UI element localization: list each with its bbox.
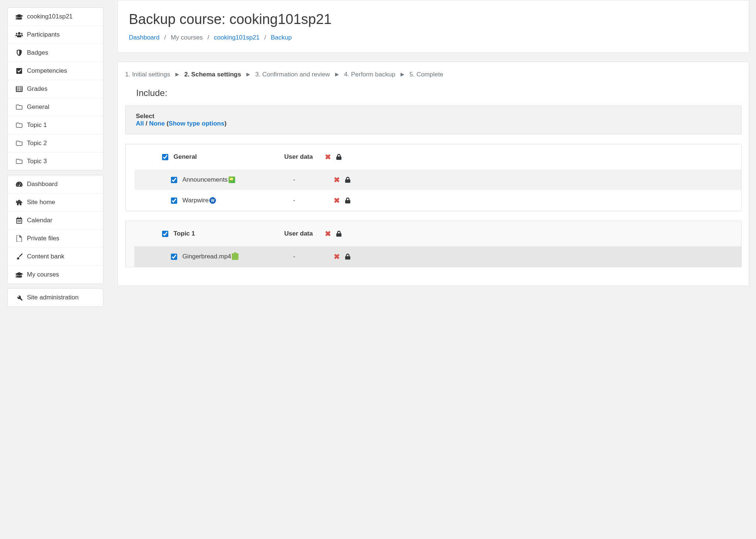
arrow-icon: ► <box>399 71 406 78</box>
user-data-cell: - <box>293 253 334 260</box>
sidebar-item-label: Private files <box>27 235 59 242</box>
show-type-options-link[interactable]: Show type options <box>169 120 224 127</box>
section-header-row: Topic 1 User data ✖ <box>126 221 741 246</box>
sidebar-item-grades[interactable]: Grades <box>8 80 103 98</box>
page-title: Backup course: cooking101sp21 <box>129 11 738 27</box>
activity-name: Warpwire <box>182 197 293 204</box>
lock-icon <box>336 231 341 237</box>
sidebar-item-site-home[interactable]: Site home <box>8 193 103 212</box>
sidebar-item-label: My courses <box>27 271 59 278</box>
x-icon: ✖ <box>334 175 340 184</box>
sidebar-item-label: Badges <box>27 49 48 56</box>
select-all-link[interactable]: All <box>136 120 144 127</box>
activity-name: Gingerbread.mp4 <box>182 253 293 260</box>
activity-row: Warpwire - ✖ <box>134 190 741 211</box>
include-heading: Include: <box>136 88 742 98</box>
activity-checkbox[interactable] <box>171 254 177 260</box>
folder-icon <box>14 122 24 128</box>
breadcrumb-course[interactable]: cooking101sp21 <box>214 34 260 41</box>
sidebar-item-label: Calendar <box>27 217 52 224</box>
select-label: Select <box>136 113 731 120</box>
brush-icon <box>14 253 24 260</box>
select-links: All / None (Show type options) <box>136 120 731 127</box>
activity-checkbox[interactable] <box>171 177 177 183</box>
sidebar-item-calendar[interactable]: Calendar <box>8 212 103 230</box>
lock-icon <box>336 154 341 160</box>
warpwire-icon <box>209 197 216 204</box>
activity-row: Announcements - ✖ <box>134 169 741 190</box>
section-name: General <box>173 153 284 161</box>
file-icon <box>14 235 24 242</box>
breadcrumb-mycourses: My courses <box>171 34 203 41</box>
x-icon: ✖ <box>325 229 331 238</box>
main-content: Backup course: cooking101sp21 Dashboard … <box>111 0 756 539</box>
breadcrumb: Dashboard / My courses / cooking101sp21 … <box>129 34 738 41</box>
nav-site-block: Dashboard Site home Calendar Private fil… <box>7 175 103 284</box>
breadcrumb-dashboard[interactable]: Dashboard <box>129 34 159 41</box>
folder-icon <box>14 140 24 146</box>
calendar-icon <box>14 217 24 224</box>
folder-icon <box>14 158 24 164</box>
sidebar-item-competencies[interactable]: Competencies <box>8 62 103 80</box>
breadcrumb-separator: / <box>207 34 209 41</box>
nav-course-block: cooking101sp21 Participants Badges Compe… <box>7 7 103 171</box>
sidebar-item-course[interactable]: cooking101sp21 <box>8 8 103 26</box>
sidebar-item-participants[interactable]: Participants <box>8 26 103 44</box>
sidebar-item-label: cooking101sp21 <box>27 13 73 20</box>
sidebar-item-label: Dashboard <box>27 181 58 188</box>
grid-icon <box>14 86 24 92</box>
sidebar-item-label: Topic 1 <box>27 121 47 129</box>
users-icon <box>14 32 24 38</box>
sidebar-item-label: Topic 2 <box>27 140 47 147</box>
sidebar-item-label: Grades <box>27 85 48 93</box>
gauge-icon <box>14 181 24 187</box>
graduation-cap-icon <box>14 272 24 278</box>
sidebar-item-label: Site administration <box>27 294 79 301</box>
progress-steps: 1. Initial settings ► 2. Schema settings… <box>125 71 742 78</box>
home-icon <box>14 199 24 205</box>
user-data-label: User data <box>284 230 325 237</box>
sidebar-item-topic-1[interactable]: Topic 1 <box>8 116 103 134</box>
sidebar-item-label: Content bank <box>27 253 64 260</box>
forum-icon <box>228 176 235 183</box>
activity-checkbox[interactable] <box>171 198 177 204</box>
lock-icon <box>345 177 350 183</box>
user-data-cell: - <box>293 176 334 183</box>
select-none-link[interactable]: None <box>149 120 165 127</box>
sidebar-item-private-files[interactable]: Private files <box>8 230 103 248</box>
sidebar-item-label: General <box>27 103 49 111</box>
sidebar-item-content-bank[interactable]: Content bank <box>8 248 103 266</box>
step-4: 4. Perform backup <box>344 71 395 78</box>
sidebar: cooking101sp21 Participants Badges Compe… <box>0 0 111 539</box>
sidebar-item-site-administration[interactable]: Site administration <box>8 289 103 306</box>
sidebar-item-badges[interactable]: Badges <box>8 44 103 62</box>
arrow-icon: ► <box>334 71 340 78</box>
sidebar-item-dashboard[interactable]: Dashboard <box>8 175 103 193</box>
sidebar-item-label: Site home <box>27 199 55 206</box>
user-data-label: User data <box>284 153 325 161</box>
check-square-icon <box>14 68 24 74</box>
section-checkbox[interactable] <box>162 231 168 237</box>
section-header-row: General User data ✖ <box>126 144 741 169</box>
shield-icon <box>14 49 24 56</box>
nav-admin-block: Site administration <box>7 288 103 307</box>
step-5: 5. Complete <box>409 71 443 78</box>
graduation-cap-icon <box>14 14 24 20</box>
header-card: Backup course: cooking101sp21 Dashboard … <box>117 0 749 53</box>
sidebar-item-label: Competencies <box>27 67 67 75</box>
breadcrumb-separator: / <box>164 34 166 41</box>
lock-icon <box>345 198 350 203</box>
breadcrumb-backup[interactable]: Backup <box>271 34 292 41</box>
sidebar-item-my-courses[interactable]: My courses <box>8 266 103 284</box>
section-checkbox[interactable] <box>162 154 168 160</box>
sidebar-item-general[interactable]: General <box>8 98 103 116</box>
x-icon: ✖ <box>334 252 340 261</box>
sidebar-item-label: Participants <box>27 31 60 38</box>
sidebar-item-topic-2[interactable]: Topic 2 <box>8 134 103 152</box>
folder-icon <box>14 104 24 110</box>
x-icon: ✖ <box>334 196 340 205</box>
arrow-icon: ► <box>245 71 251 78</box>
user-data-cell: - <box>293 197 334 204</box>
sidebar-item-label: Topic 3 <box>27 158 47 165</box>
sidebar-item-topic-3[interactable]: Topic 3 <box>8 152 103 170</box>
